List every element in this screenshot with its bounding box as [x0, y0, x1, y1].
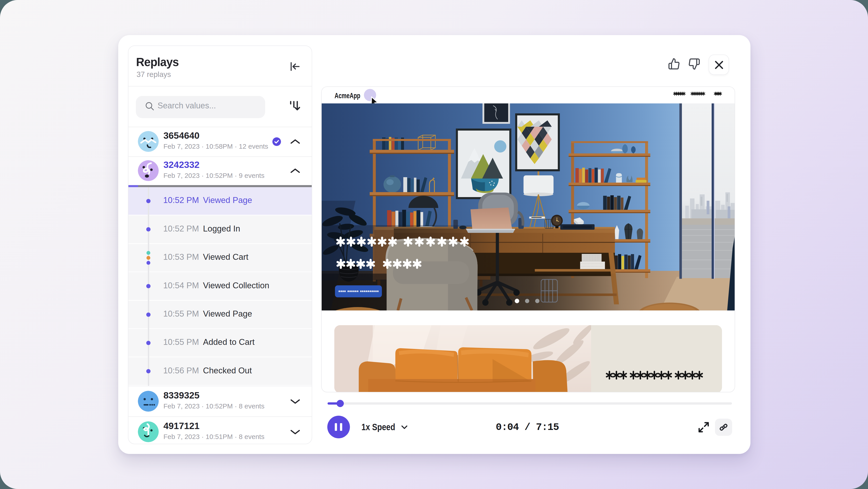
svg-text:**** ****** **********: **** ****** ********** [338, 289, 379, 295]
